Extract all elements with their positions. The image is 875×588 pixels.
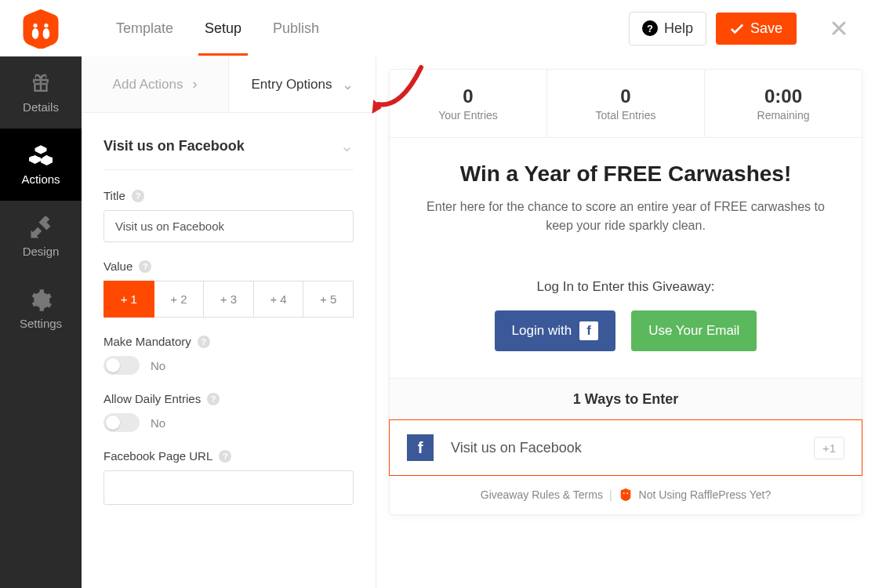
giveaway-headline: Win a Year of FREE Carwashes!	[421, 162, 830, 187]
gift-icon	[29, 72, 53, 96]
sidenav-settings-label: Settings	[20, 317, 62, 330]
help-icon[interactable]: ?	[139, 260, 151, 273]
top-tabs: Template Setup Publish	[100, 2, 335, 56]
ruler-pencil-icon	[29, 216, 53, 240]
url-input[interactable]	[103, 470, 354, 505]
mandatory-toggle[interactable]	[103, 356, 140, 375]
tab-template[interactable]: Template	[100, 2, 189, 56]
left-panel: Add Actions › Entry Options ⌄ Visit us o…	[82, 56, 376, 588]
login-email-label: Use Your Email	[648, 323, 739, 339]
gear-icon	[29, 289, 53, 312]
login-facebook-button[interactable]: Login with f	[495, 310, 616, 351]
ways-to-enter-header: 1 Ways to Enter	[390, 378, 862, 420]
title-label: Title	[103, 189, 125, 202]
login-fb-label: Login with	[512, 323, 572, 339]
panel-tab-entry-label: Entry Options	[252, 77, 332, 93]
side-nav: Details Actions Design Settings	[0, 56, 82, 588]
sidenav-actions[interactable]: Actions	[0, 129, 82, 201]
chevron-right-icon: ›	[192, 76, 197, 93]
facebook-icon: f	[579, 321, 598, 340]
app-logo	[0, 8, 82, 49]
login-email-button[interactable]: Use Your Email	[631, 310, 757, 351]
mandatory-state: No	[151, 359, 165, 372]
check-icon	[730, 21, 744, 35]
help-icon[interactable]: ?	[198, 336, 210, 348]
section-header[interactable]: Visit us on Facebook ⌄	[103, 129, 354, 170]
section-title: Visit us on Facebook	[103, 138, 245, 154]
daily-state: No	[151, 416, 165, 430]
stat-label: Remaining	[721, 109, 846, 122]
login-prompt: Log In to Enter this Giveaway:	[421, 279, 830, 295]
sidenav-details[interactable]: Details	[0, 56, 82, 129]
value-option-3[interactable]: + 3	[204, 281, 254, 318]
separator: |	[609, 488, 612, 501]
help-icon[interactable]: ?	[207, 393, 220, 405]
entry-value-badge: +1	[814, 437, 844, 459]
panel-tab-add-label: Add Actions	[113, 77, 183, 93]
url-label: Facebook Page URL	[103, 449, 212, 463]
value-option-1[interactable]: + 1	[103, 281, 154, 318]
help-label: Help	[664, 20, 693, 37]
close-icon	[831, 20, 847, 36]
panel-tab-add-actions[interactable]: Add Actions ›	[82, 56, 229, 112]
stat-value: 0	[563, 85, 688, 107]
sidenav-details-label: Details	[23, 100, 59, 114]
help-button[interactable]: ? Help	[629, 12, 706, 45]
stat-value: 0:00	[721, 85, 846, 107]
help-icon[interactable]: ?	[219, 450, 231, 463]
sidenav-design[interactable]: Design	[0, 201, 82, 273]
tab-setup[interactable]: Setup	[189, 2, 257, 56]
panel-tab-entry-options[interactable]: Entry Options ⌄	[229, 56, 376, 112]
svg-point-4	[623, 492, 624, 494]
help-icon[interactable]: ?	[132, 190, 144, 202]
tab-publish[interactable]: Publish	[257, 2, 335, 56]
value-label: Value	[103, 260, 133, 273]
preview-pane: 0 Your Entries 0 Total Entries 0:00 Rema…	[376, 56, 875, 588]
sidenav-actions-label: Actions	[21, 172, 60, 186]
value-option-4[interactable]: + 4	[254, 281, 304, 318]
chevron-down-icon: ⌄	[342, 76, 354, 93]
svg-point-3	[43, 28, 50, 39]
stat-label: Total Entries	[563, 109, 688, 122]
cubes-icon	[29, 144, 53, 168]
save-button[interactable]: Save	[716, 13, 797, 45]
save-label: Save	[750, 20, 782, 37]
giveaway-description: Enter here for the chance to score an en…	[421, 198, 830, 235]
stat-total-entries: 0 Total Entries	[547, 70, 705, 137]
svg-point-2	[32, 28, 39, 39]
entry-label: Visit us on Facebook	[451, 440, 797, 456]
daily-label: Allow Daily Entries	[103, 392, 201, 405]
top-bar: Template Setup Publish ? Help Save	[0, 0, 875, 56]
value-option-5[interactable]: + 5	[303, 281, 354, 318]
rafflepress-mini-icon	[619, 488, 633, 502]
close-button[interactable]	[822, 11, 856, 45]
card-footer: Giveaway Rules & Terms | Not Using Raffl…	[390, 475, 862, 514]
facebook-icon: f	[407, 434, 434, 461]
value-options: + 1 + 2 + 3 + 4 + 5	[103, 281, 354, 318]
rafflepress-logo-icon	[20, 8, 61, 49]
sidenav-settings[interactable]: Settings	[0, 273, 82, 345]
stat-remaining: 0:00 Remaining	[705, 70, 862, 137]
not-using-link[interactable]: Not Using RafflePress Yet?	[639, 488, 772, 501]
chevron-down-icon: ⌄	[340, 136, 354, 155]
stat-your-entries: 0 Your Entries	[390, 70, 547, 137]
svg-point-5	[626, 492, 628, 494]
sidenav-design-label: Design	[23, 245, 60, 258]
title-input[interactable]	[103, 210, 354, 242]
stat-value: 0	[405, 85, 531, 107]
mandatory-label: Make Mandatory	[103, 335, 191, 348]
svg-point-1	[44, 24, 48, 27]
daily-toggle[interactable]	[103, 413, 140, 432]
preview-card: 0 Your Entries 0 Total Entries 0:00 Rema…	[389, 69, 862, 515]
entry-option-facebook[interactable]: f Visit us on Facebook +1	[389, 419, 862, 476]
rules-link[interactable]: Giveaway Rules & Terms	[481, 488, 603, 501]
stat-label: Your Entries	[405, 109, 531, 122]
value-option-2[interactable]: + 2	[154, 281, 205, 318]
svg-point-0	[33, 24, 37, 27]
help-icon: ?	[642, 20, 658, 36]
